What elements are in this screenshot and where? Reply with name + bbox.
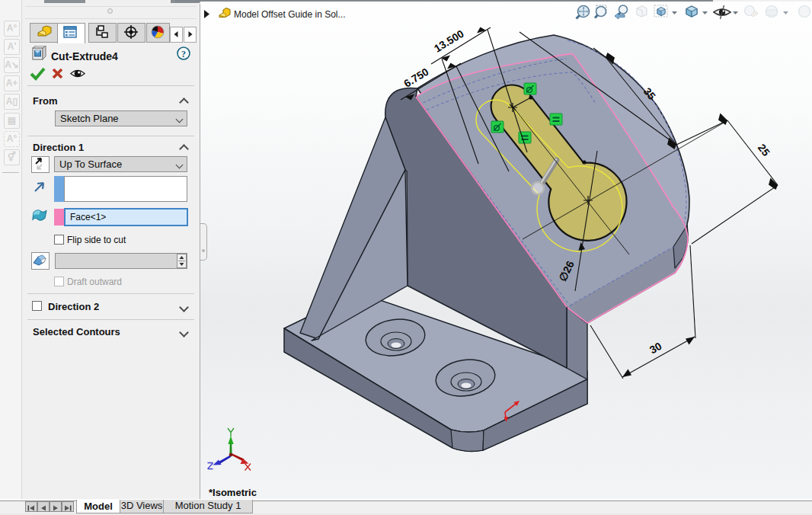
svg-text:13.500: 13.500	[432, 27, 466, 55]
svg-text:25: 25	[756, 142, 772, 158]
svg-text:30: 30	[647, 340, 664, 357]
svg-text:*Isometric: *Isometric	[209, 487, 257, 498]
svg-text:Model Offset Guide in Sol...: Model Offset Guide in Sol...	[234, 9, 346, 20]
